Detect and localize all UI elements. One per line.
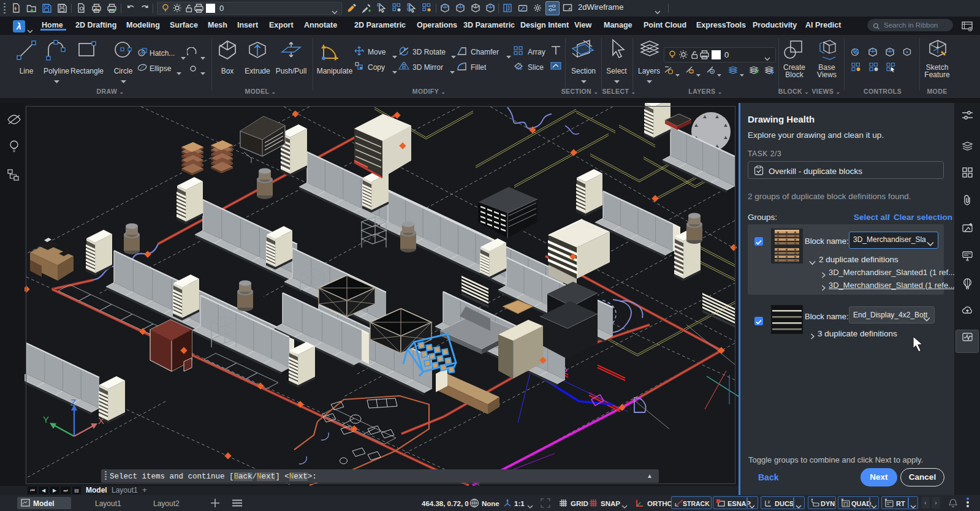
svg-text:Y: Y [43,414,49,425]
svg-text:Z: Z [70,397,76,407]
svg-text:X: X [98,415,104,426]
